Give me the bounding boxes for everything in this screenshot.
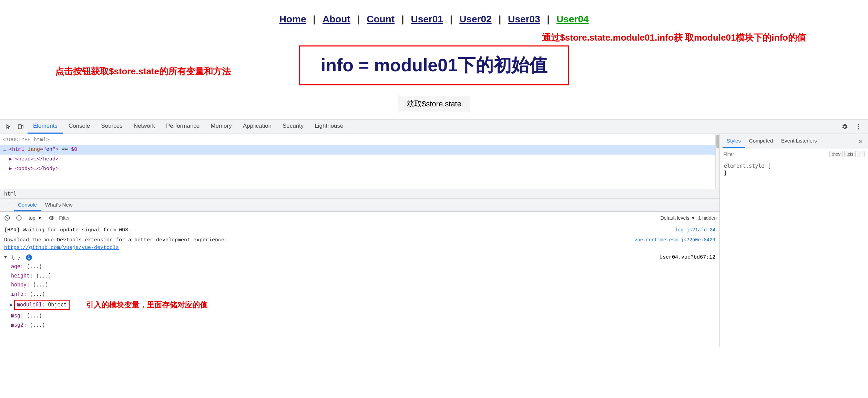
module01-line: ▶ module01: Object 引入的模块变量，里面存储对应的值 xyxy=(0,298,719,311)
info-box: info = module01下的初始值 xyxy=(299,45,569,85)
svg-point-7 xyxy=(17,216,21,220)
user04-file-ref[interactable]: User04.vue?bd67:12 xyxy=(660,254,715,262)
styles-tab-more[interactable]: » xyxy=(856,137,865,145)
hmr-line: [HMR] Waiting for update signal from WDS… xyxy=(0,226,719,235)
prop-info: info: (...) xyxy=(0,290,719,299)
settings-icon-btn[interactable] xyxy=(839,121,850,132)
devtools-right-icons xyxy=(839,121,865,132)
more-options-btn[interactable] xyxy=(853,121,864,132)
nav-user04[interactable]: User04 xyxy=(556,14,589,24)
nav-user01[interactable]: User01 xyxy=(411,14,443,24)
nav-user03[interactable]: User03 xyxy=(508,14,540,24)
eye-btn[interactable] xyxy=(47,213,56,222)
hov-filter-btn[interactable]: :hov xyxy=(829,151,843,157)
svg-line-6 xyxy=(6,217,9,219)
stop-btn[interactable] xyxy=(14,213,23,222)
tab-network[interactable]: Network xyxy=(128,119,161,134)
prop-age: age: (...) xyxy=(0,262,719,271)
console-filter-input[interactable] xyxy=(59,215,93,221)
doctype-line: <!DOCTYPE html> xyxy=(0,135,719,145)
styles-filter-buttons: :hov .cls + xyxy=(829,151,865,157)
module-annotation: 引入的模块变量，里面存储对应的值 xyxy=(86,299,207,311)
head-element-line[interactable]: ▶ <head>…</head> xyxy=(0,155,719,164)
tab-console[interactable]: Console xyxy=(63,119,95,134)
annotation-left: 点击按钮获取$store.state的所有变量和方法 xyxy=(55,65,231,77)
svg-point-3 xyxy=(858,126,859,127)
tab-application[interactable]: Application xyxy=(237,119,277,134)
info-box-text: info = module01下的初始值 xyxy=(321,55,547,75)
expand-object-btn[interactable]: ▼ xyxy=(4,255,7,260)
elements-panel: <!DOCTYPE html> … <html lang="en"> == $0… xyxy=(0,134,719,189)
device-toolbar-btn[interactable] xyxy=(15,121,26,132)
console-subtabs: ⋮ Console What's New xyxy=(0,199,719,212)
btn-row: 获取$store.state xyxy=(0,96,868,112)
element-style-close: } xyxy=(724,170,864,176)
cursor-icon-btn[interactable] xyxy=(3,121,14,132)
prop-msg: msg: (...) xyxy=(0,311,719,321)
hidden-count-badge: 1 hidden xyxy=(698,215,717,221)
scrollbar-thumb xyxy=(716,135,719,148)
nav-about[interactable]: About xyxy=(323,14,350,24)
nav-home[interactable]: Home xyxy=(279,14,306,24)
expand-module-btn[interactable]: ▶ xyxy=(10,301,13,309)
devtools-download-line: Download the Vue Devtools extension for … xyxy=(0,235,719,253)
page-area: Home | About | Count | User01 | User02 |… xyxy=(0,0,868,119)
nav-count[interactable]: Count xyxy=(367,14,395,24)
tab-sources[interactable]: Sources xyxy=(95,119,128,134)
html-element-line[interactable]: … <html lang="en"> == $0 xyxy=(0,145,719,155)
devtools-left-panel: <!DOCTYPE html> … <html lang="en"> == $0… xyxy=(0,134,720,347)
add-style-btn[interactable]: + xyxy=(857,151,865,157)
subtab-whatsnew[interactable]: What's New xyxy=(41,199,77,211)
styles-tabs: Styles Computed Event Listeners » xyxy=(720,134,868,148)
devtools-tabs: Elements Console Sources Network Perform… xyxy=(28,119,839,134)
prop-hobby: hobby: (...) xyxy=(0,280,719,290)
nav-links: Home | About | Count | User01 | User02 |… xyxy=(0,14,868,25)
svg-point-9 xyxy=(51,217,53,219)
styles-tab-styles[interactable]: Styles xyxy=(723,134,745,148)
styles-tab-event-listeners[interactable]: Event Listeners xyxy=(777,134,821,148)
nav-user02[interactable]: User02 xyxy=(459,14,491,24)
module01-box: module01: Object xyxy=(14,300,70,310)
vue-runtime-file-ref[interactable]: vue.runtime.esm.js?2b0e:8429 xyxy=(634,237,715,244)
devtools-topbar: Elements Console Sources Network Perform… xyxy=(0,119,868,134)
element-style-label: element.style { xyxy=(724,163,864,169)
prop-msg2: msg2: (...) xyxy=(0,321,719,330)
console-menu-btn[interactable]: ⋮ xyxy=(4,200,14,210)
log-file-ref[interactable]: log.js?1afd:24 xyxy=(675,227,715,234)
fetch-store-button[interactable]: 获取$store.state xyxy=(398,96,470,112)
clear-console-btn[interactable] xyxy=(3,213,12,222)
devtools-right-panel: Styles Computed Event Listeners » :hov .… xyxy=(720,134,868,347)
svg-rect-0 xyxy=(18,125,21,129)
elements-breadcrumb: html xyxy=(0,189,719,199)
console-filter-area xyxy=(59,215,657,221)
styles-filter-row: :hov .cls + xyxy=(720,148,868,160)
svg-point-2 xyxy=(858,124,859,125)
tab-security[interactable]: Security xyxy=(277,119,309,134)
console-panel: ⋮ Console What's New xyxy=(0,199,719,347)
object-info-icon[interactable]: i xyxy=(26,254,32,261)
log-levels-dropdown[interactable]: Default levels ▼ xyxy=(660,215,695,221)
console-content: [HMR] Waiting for update signal from WDS… xyxy=(0,224,719,347)
context-selector[interactable]: top ▼ xyxy=(26,214,44,222)
tab-performance[interactable]: Performance xyxy=(161,119,205,134)
subtab-console[interactable]: Console xyxy=(14,199,41,211)
devtools-main: <!DOCTYPE html> … <html lang="en"> == $0… xyxy=(0,134,868,347)
annotation-right: 通过$store.state.module01.info获 取module01模… xyxy=(542,31,806,44)
tab-elements[interactable]: Elements xyxy=(28,119,63,134)
cls-filter-btn[interactable]: .cls xyxy=(844,151,856,157)
styles-tab-computed[interactable]: Computed xyxy=(745,134,777,148)
elements-scrollbar[interactable] xyxy=(715,134,719,189)
styles-content: element.style { } xyxy=(720,160,868,347)
vue-devtools-link[interactable]: https://github.com/vuejs/vue-devtools xyxy=(4,244,119,252)
tab-memory[interactable]: Memory xyxy=(205,119,237,134)
tab-lighthouse[interactable]: Lighthouse xyxy=(309,119,349,134)
body-element-line[interactable]: ▶ <body>…</body> xyxy=(0,164,719,174)
styles-filter-input[interactable] xyxy=(723,151,827,157)
svg-point-4 xyxy=(858,128,859,129)
devtools: Elements Console Sources Network Perform… xyxy=(0,119,868,347)
svg-rect-1 xyxy=(21,125,23,128)
object-output-line: ▼ {…} i User04.vue?bd67:12 xyxy=(0,253,719,262)
prop-height: height: (...) xyxy=(0,271,719,281)
console-toolbar: top ▼ Default levels ▼ xyxy=(0,212,719,224)
